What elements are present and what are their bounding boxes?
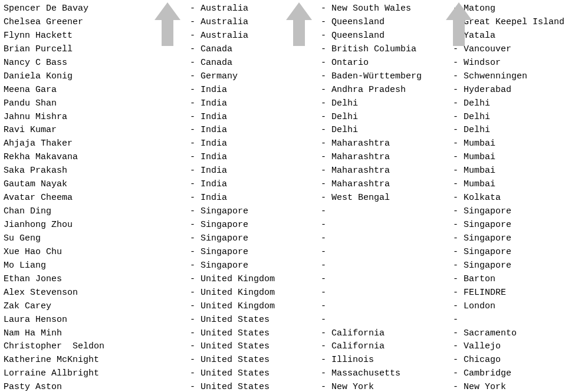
region: - — [321, 259, 453, 273]
region: - Baden-Württemberg — [321, 70, 453, 84]
country: - United States — [190, 327, 321, 341]
person-name: Katherine McKnight — [4, 354, 190, 367]
person-name: Daniela Konig — [4, 70, 190, 84]
country: - United Kingdom — [190, 273, 321, 286]
region: - Illinois — [321, 354, 453, 367]
country: - India — [190, 97, 321, 111]
region: - Maharashtra — [321, 137, 453, 151]
person-name: Ethan Jones — [4, 273, 190, 286]
up-arrow-icon — [286, 2, 312, 46]
svg-marker-2 — [446, 2, 472, 46]
region: - Delhi — [321, 124, 453, 137]
person-name: Laura Henson — [4, 314, 190, 327]
city: - Great Keepel Island — [453, 16, 584, 29]
city: - Cambridge — [453, 367, 584, 381]
city: - Singapore — [453, 232, 584, 246]
city: - Delhi — [453, 97, 584, 111]
city: - Singapore — [453, 246, 584, 259]
region: - — [321, 232, 453, 246]
country: - India — [190, 84, 321, 97]
city: - Sacramento — [453, 327, 584, 341]
country: - United Kingdom — [190, 300, 321, 314]
person-name: Mo Liang — [4, 259, 190, 273]
svg-marker-1 — [286, 2, 312, 46]
city: - Vallejo — [453, 340, 584, 354]
city: - Mumbai — [453, 178, 584, 192]
region: - Queensland — [321, 16, 453, 29]
region: - Massachusetts — [321, 367, 453, 381]
person-name: Ahjaja Thaker — [4, 137, 190, 151]
country: - United Kingdom — [190, 286, 321, 300]
city: - Schwenningen — [453, 70, 584, 84]
up-arrow-icon — [446, 2, 472, 46]
country: - India — [190, 137, 321, 151]
region: - British Columbia — [321, 43, 453, 57]
city: - Yatala — [453, 29, 584, 43]
city: - Kolkata — [453, 192, 584, 205]
person-name: Nancy C Bass — [4, 57, 190, 70]
city: - Barton — [453, 273, 584, 286]
region: - Maharashtra — [321, 164, 453, 178]
region: - Maharashtra — [321, 178, 453, 192]
country: - United States — [190, 314, 321, 327]
person-name: Gautam Nayak — [4, 178, 190, 192]
person-name: Ravi Kumar — [4, 124, 190, 137]
city: - Chicago — [453, 354, 584, 367]
country: - Singapore — [190, 219, 321, 232]
region: - Delhi — [321, 111, 453, 124]
region: - — [321, 219, 453, 232]
person-name: Zak Carey — [4, 300, 190, 314]
country: - India — [190, 151, 321, 164]
country: - India — [190, 164, 321, 178]
person-name: Jianhong Zhou — [4, 219, 190, 232]
city: - Singapore — [453, 205, 584, 219]
city: - FELINDRE — [453, 286, 584, 300]
country: - United States — [190, 354, 321, 367]
city: - Mumbai — [453, 151, 584, 164]
person-name: Pasty Aston — [4, 381, 190, 392]
person-name: Jahnu Mishra — [4, 111, 190, 124]
region: - Queensland — [321, 29, 453, 43]
country: - Singapore — [190, 205, 321, 219]
region: - California — [321, 327, 453, 341]
region: - — [321, 286, 453, 300]
region: - Delhi — [321, 97, 453, 111]
country: - Singapore — [190, 232, 321, 246]
region: - Maharashtra — [321, 151, 453, 164]
up-arrow-icon — [155, 2, 180, 46]
region: - — [321, 273, 453, 286]
person-name: Meena Gara — [4, 84, 190, 97]
country: - India — [190, 124, 321, 137]
person-name: Rekha Makavana — [4, 151, 190, 164]
country: - Singapore — [190, 259, 321, 273]
region: - — [321, 300, 453, 314]
city: - Windsor — [453, 57, 584, 70]
country: - India — [190, 178, 321, 192]
city: - Hyderabad — [453, 84, 584, 97]
city: - Mumbai — [453, 164, 584, 178]
city: - Vancouver — [453, 43, 584, 57]
country: - Germany — [190, 70, 321, 84]
region: - — [321, 205, 453, 219]
country: - India — [190, 111, 321, 124]
city: - Delhi — [453, 111, 584, 124]
country: - United States — [190, 340, 321, 354]
region: - California — [321, 340, 453, 354]
person-name: Christopher Seldon — [4, 340, 190, 354]
city: - Singapore — [453, 259, 584, 273]
person-name: Su Geng — [4, 232, 190, 246]
city: - Singapore — [453, 219, 584, 232]
region: - West Bengal — [321, 192, 453, 205]
city: - Matong — [453, 2, 584, 16]
country: - United States — [190, 381, 321, 392]
person-name: Avatar Cheema — [4, 192, 190, 205]
region: - — [321, 314, 453, 327]
country: - Canada — [190, 57, 321, 70]
country: - Singapore — [190, 246, 321, 259]
city: - Mumbai — [453, 137, 584, 151]
region: - — [321, 246, 453, 259]
city: - New York — [453, 381, 584, 392]
country: - India — [190, 192, 321, 205]
sorted-data-table: Spencer De Bavay- Australia- New South W… — [4, 2, 584, 392]
person-name: Nam Ha Minh — [4, 327, 190, 341]
